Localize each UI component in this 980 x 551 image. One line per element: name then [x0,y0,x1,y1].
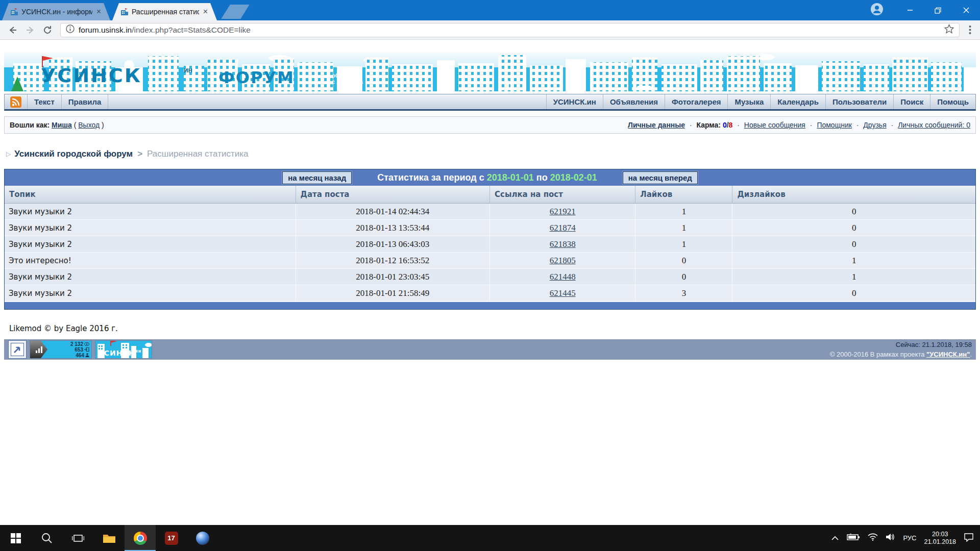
breadcrumb-arrow-icon: ▷ [6,151,11,158]
browser-tab-statistics[interactable]: Расширенная статистик × [112,3,217,20]
table-row: Это интересно! 2018-01-12 16:53:52 62180… [5,253,975,269]
bookmark-star-icon[interactable] [944,24,954,36]
post-link[interactable]: 621448 [550,272,576,282]
likes-cell: 1 [635,204,732,219]
app-17-icon[interactable]: 17 [156,525,187,551]
table-body: Звуки музыки 2 2018-01-14 02:44:34 62192… [5,204,975,302]
start-button[interactable] [0,525,31,551]
url-text: forum.usinsk.in/index.php?act=Stats&CODE… [79,26,944,35]
new-messages-link[interactable]: Новые сообщения [744,121,805,129]
topic-cell: Звуки музыки 2 [5,204,296,219]
tab-close-icon[interactable]: × [95,7,102,16]
refresh-icon[interactable] [39,22,56,38]
friends-link[interactable]: Друзья [863,121,886,129]
post-link[interactable]: 621445 [550,288,576,298]
banner-tagline: общениес 2000 года [332,72,363,85]
nav-item[interactable]: УСИНСК.ин [546,94,603,109]
nav-right-group: УСИНСК.инОбъявленияФотогалереяМузыкаКале… [546,94,975,109]
karma-negative[interactable]: 8 [729,121,733,129]
chrome-taskbar-icon[interactable] [125,525,156,551]
date-from: 2018-01-01 [487,172,534,183]
banner-logo-forum: ФОРУМ [218,68,295,87]
banner-skyline [4,52,976,91]
column-header: Дизлайков [732,186,975,203]
file-explorer-icon[interactable] [93,525,125,551]
post-link[interactable]: 621838 [550,239,576,249]
visitor-counter-badge[interactable]: 2 132 653 464 [30,340,92,359]
tray-chevron-up-icon[interactable] [831,534,839,543]
eye-icon [84,342,89,346]
nav-item[interactable]: Правила [61,94,108,109]
personal-data-link[interactable]: Личные данные [628,121,685,129]
person-icon [85,353,89,357]
back-icon[interactable] [4,22,21,38]
footer-bar: 2 132 653 464 УСИНСКин [4,339,976,360]
counter-views: 2 132 [70,341,83,347]
action-center-icon[interactable] [964,533,974,544]
battery-icon[interactable] [847,534,860,543]
breadcrumb: ▷ Усинский городской форум > Расширенная… [4,149,976,159]
usinsk-project-link[interactable]: "УСИНСК.ин" [926,350,970,358]
browser-tab-usinsk[interactable]: УСИНСК.ин - информац × [2,3,110,20]
tab-close-icon[interactable]: × [202,7,209,16]
nav-item[interactable]: Объявления [603,94,665,109]
url-path: /index.php?act=Stats&CODE=like [132,26,251,34]
nav-item[interactable]: Календарь [770,94,825,109]
browser-menu-icon[interactable] [964,25,976,35]
pm-count-link[interactable]: Личных сообщений: 0 [898,121,970,129]
profile-icon[interactable] [870,3,884,18]
post-date-cell: 2018-01-13 06:43:03 [296,236,490,252]
rss-icon[interactable] [5,94,27,109]
nav-item[interactable]: Пользователи [825,94,893,109]
liveinternet-badge[interactable] [8,340,27,359]
karma-label: Карма: [697,121,721,129]
post-link[interactable]: 621805 [550,256,576,266]
breadcrumb-forum-link[interactable]: Усинский городской форум [14,149,133,159]
restore-button[interactable] [924,0,952,20]
page-title: Расширенная статистика [147,149,248,159]
nav-item[interactable]: Фотогалерея [665,94,727,109]
nav-item[interactable]: Музыка [727,94,770,109]
karma-positive[interactable]: 0 [723,121,727,129]
logout-link[interactable]: Выход [78,121,100,129]
nav-item[interactable]: Помощь [930,94,975,109]
clock[interactable]: 20:03 21.01.2018 [924,531,956,546]
likes-cell: 3 [635,285,732,301]
tab-title: Расширенная статистик [132,8,199,16]
stats-period-band: на месяц назад Статистика за период с 20… [5,169,975,186]
info-icon[interactable] [66,24,75,35]
logged-prefix: Вошли как: [10,121,50,129]
address-bar[interactable]: forum.usinsk.in/index.php?act=Stats&CODE… [60,23,960,37]
search-icon[interactable] [31,525,62,551]
username-link[interactable]: Миша [52,121,72,129]
browser-toolbar: forum.usinsk.in/index.php?act=Stats&CODE… [0,20,980,40]
wifi-icon[interactable] [868,533,878,543]
dislikes-cell: 0 [732,236,975,252]
minimize-button[interactable] [896,0,924,20]
new-tab-button[interactable] [221,5,249,19]
counter-numbers: 2 132 653 464 [47,341,91,358]
app-sphere-icon[interactable] [187,525,218,551]
post-date-cell: 2018-01-12 16:53:52 [296,253,490,268]
close-button[interactable] [952,0,980,20]
nav-item[interactable]: Текст [27,94,61,109]
volume-icon[interactable] [886,533,895,543]
nav-item[interactable]: Поиск [893,94,930,109]
language-indicator[interactable]: РУС [903,534,916,542]
prev-month-button[interactable]: на месяц назад [282,171,352,184]
task-view-icon[interactable] [62,525,93,551]
forum-banner[interactable]: УСИНСК ин ФОРУМ общениес 2000 года [4,52,976,91]
likemod-credit: Likemod © by Eagle 2016 г. [9,324,976,333]
post-link[interactable]: 621874 [550,223,576,233]
post-link[interactable]: 621921 [550,207,576,217]
table-row: Звуки музыки 2 2018-01-01 21:58:49 62144… [5,285,975,302]
topic-cell: Звуки музыки 2 [5,285,296,301]
post-date-cell: 2018-01-14 02:44:34 [296,204,490,219]
usinsk-badge[interactable]: УСИНСКин [95,340,152,359]
dislikes-cell: 0 [732,220,975,236]
assistant-link[interactable]: Помощник [817,121,851,129]
forward-icon[interactable] [21,22,39,38]
next-month-button[interactable]: на месяц вперед [623,171,698,184]
project-credit: © 2000-2016 В рамках проекта "УСИНСК.ин"… [830,349,972,359]
table-row: Звуки музыки 2 2018-01-13 06:43:03 62183… [5,236,975,253]
